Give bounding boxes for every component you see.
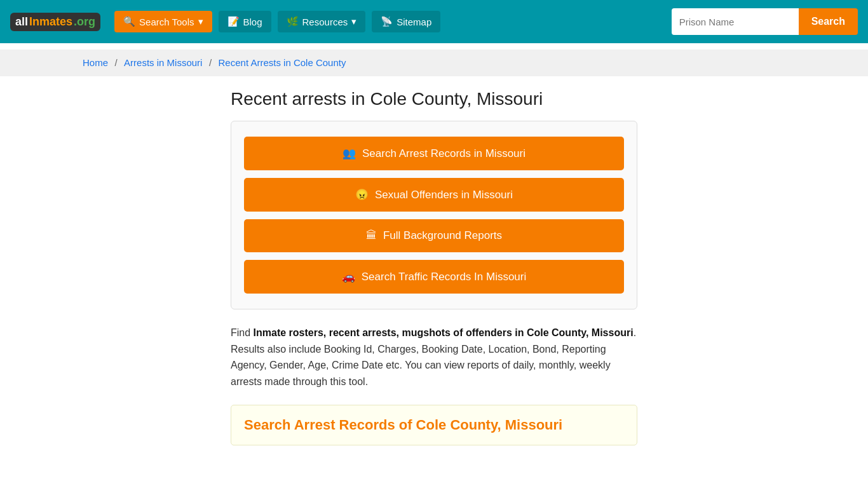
- arrest-records-label: Search Arrest Records in Missouri: [362, 147, 526, 160]
- action-button-panel: 👥 Search Arrest Records in Missouri 😠 Se…: [231, 121, 637, 309]
- search-tools-dropdown-icon: ▾: [198, 16, 203, 27]
- prison-search-button[interactable]: Search: [799, 8, 858, 35]
- description-prefix: Find: [231, 327, 254, 338]
- blog-label: Blog: [243, 17, 262, 27]
- background-reports-label: Full Background Reports: [383, 229, 502, 242]
- traffic-records-button[interactable]: 🚗 Search Traffic Records In Missouri: [244, 260, 624, 294]
- logo-all: all: [15, 15, 28, 29]
- sexual-offenders-button[interactable]: 😠 Sexual Offenders in Missouri: [244, 178, 624, 212]
- search-button-label: Search: [811, 16, 845, 27]
- background-reports-icon: 🏛: [366, 229, 377, 242]
- resources-button[interactable]: 🌿 Resources ▾: [278, 11, 366, 32]
- breadcrumb-sep-2: /: [209, 57, 212, 68]
- logo-org: .org: [74, 15, 95, 29]
- search-tools-icon: 🔍: [123, 16, 135, 27]
- logo[interactable]: all Inmates .org: [10, 13, 100, 31]
- search-section-title: Search Arrest Records of Cole County, Mi…: [244, 417, 624, 433]
- navbar: all Inmates .org 🔍 Search Tools ▾ 📝 Blog…: [0, 0, 868, 43]
- traffic-records-label: Search Traffic Records In Missouri: [362, 271, 527, 283]
- sexual-offenders-icon: 😠: [355, 188, 369, 201]
- logo-inmates: Inmates: [29, 15, 72, 29]
- search-tools-label: Search Tools: [139, 17, 194, 27]
- blog-icon: 📝: [227, 16, 240, 27]
- breadcrumb-current: Recent Arrests in Cole County: [219, 57, 346, 68]
- description-bold: Inmate rosters, recent arrests, mugshots…: [254, 327, 634, 338]
- nav-search-form: Search: [672, 8, 858, 35]
- prison-search-input[interactable]: [672, 8, 799, 35]
- background-reports-button[interactable]: 🏛 Full Background Reports: [244, 219, 624, 252]
- resources-dropdown-icon: ▾: [351, 16, 356, 27]
- resources-icon: 🌿: [287, 16, 299, 27]
- breadcrumb: Home / Arrests in Missouri / Recent Arre…: [0, 50, 868, 76]
- sexual-offenders-label: Sexual Offenders in Missouri: [375, 189, 513, 201]
- breadcrumb-arrests-missouri[interactable]: Arrests in Missouri: [124, 57, 202, 68]
- search-arrest-records-button[interactable]: 👥 Search Arrest Records in Missouri: [244, 137, 624, 170]
- sitemap-icon: 📡: [381, 16, 393, 27]
- sitemap-label: Sitemap: [397, 17, 431, 27]
- traffic-records-icon: 🚗: [342, 270, 355, 283]
- description-paragraph: Find Inmate rosters, recent arrests, mug…: [231, 325, 637, 390]
- breadcrumb-sep-1: /: [114, 57, 117, 68]
- main-content: Recent arrests in Cole County, Missouri …: [148, 76, 720, 458]
- page-title: Recent arrests in Cole County, Missouri: [231, 89, 637, 109]
- blog-button[interactable]: 📝 Blog: [219, 11, 271, 32]
- search-section: Search Arrest Records of Cole County, Mi…: [231, 405, 637, 445]
- resources-label: Resources: [302, 17, 348, 27]
- search-tools-button[interactable]: 🔍 Search Tools ▾: [114, 11, 212, 32]
- sitemap-button[interactable]: 📡 Sitemap: [372, 11, 440, 32]
- arrest-records-icon: 👥: [342, 147, 356, 160]
- breadcrumb-home[interactable]: Home: [83, 57, 108, 68]
